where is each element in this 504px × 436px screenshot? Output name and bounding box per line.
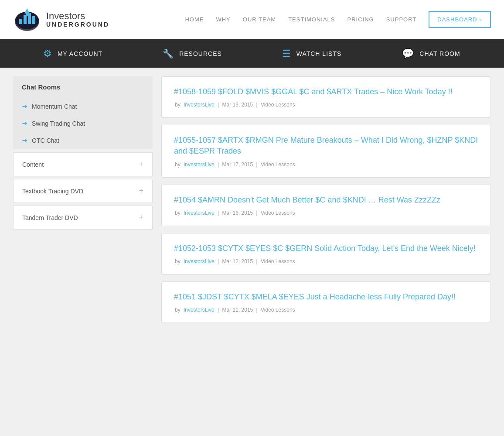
- main-container: Chat Rooms ➜ Momentum Chat ➜ Swing Tradi…: [0, 68, 504, 436]
- post-title[interactable]: #1052-1053 $CYTX $EYES $C $GERN Solid Ac…: [174, 243, 478, 254]
- post-card: #1052-1053 $CYTX $EYES $C $GERN Solid Ac…: [161, 233, 491, 275]
- separator: |: [256, 210, 259, 216]
- nav-our-team[interactable]: OUR TEAM: [243, 16, 276, 23]
- post-category[interactable]: Video Lessons: [261, 161, 295, 168]
- separator: |: [256, 258, 259, 264]
- plus-icon: +: [139, 160, 143, 169]
- arrow-right-icon: ➜: [22, 102, 27, 110]
- post-meta: by InvestorsLive | Mar 19, 2015 | Video …: [174, 102, 478, 108]
- post-title[interactable]: #1054 $AMRN Doesn't Get Much Better $C a…: [174, 195, 478, 206]
- logo-link[interactable]: Investors UNDERGROUND: [13, 6, 126, 34]
- separator: |: [218, 307, 220, 313]
- post-by: by: [175, 210, 180, 216]
- separator: |: [256, 161, 259, 168]
- logo-text: Investors UNDERGROUND: [46, 11, 109, 28]
- svg-rect-7: [26, 13, 28, 16]
- post-category[interactable]: Video Lessons: [261, 210, 295, 216]
- post-by: by: [175, 161, 180, 168]
- resources-label: RESOURCES: [179, 50, 222, 57]
- svg-rect-2: [19, 19, 22, 24]
- separator: |: [218, 210, 220, 216]
- post-date: Mar 11, 2015: [222, 307, 253, 313]
- post-author[interactable]: InvestorsLive: [184, 210, 215, 216]
- post-author[interactable]: InvestorsLive: [184, 307, 215, 313]
- top-nav: Investors UNDERGROUND HOME WHY OUR TEAM …: [0, 0, 504, 39]
- separator: |: [256, 307, 259, 313]
- tandem-dvd-label: Tandem Trader DVD: [22, 214, 78, 221]
- dashboard-button[interactable]: DASHBOARD ›: [429, 11, 491, 28]
- top-nav-links: HOME WHY OUR TEAM TESTIMONIALS PRICING S…: [185, 11, 491, 28]
- momentum-chat-label: Momentum Chat: [32, 103, 77, 110]
- post-title[interactable]: #1055-1057 $ARTX $RMGN Pre Mature Breako…: [174, 135, 478, 157]
- chat-room-label: CHAT ROOM: [419, 50, 460, 57]
- post-card: #1055-1057 $ARTX $RMGN Pre Mature Breako…: [161, 125, 491, 177]
- otc-chat-label: OTC Chat: [32, 137, 59, 144]
- post-date: Mar 16, 2015: [222, 210, 253, 216]
- otc-chat-item[interactable]: ➜ OTC Chat: [13, 132, 153, 149]
- my-account-nav[interactable]: ⚙ MY ACCOUNT: [13, 48, 133, 59]
- content-accordion[interactable]: Content +: [13, 152, 153, 176]
- post-meta: by InvestorsLive | Mar 16, 2015 | Video …: [174, 210, 478, 216]
- post-meta: by InvestorsLive | Mar 11, 2015 | Video …: [174, 307, 478, 313]
- plus-icon: +: [139, 213, 143, 222]
- gear-icon: ⚙: [43, 48, 52, 59]
- list-icon: ☰: [282, 48, 291, 59]
- chat-rooms-section: Chat Rooms ➜ Momentum Chat ➜ Swing Tradi…: [13, 76, 153, 149]
- nav-testimonials[interactable]: TESTIMONIALS: [288, 16, 335, 23]
- svg-rect-3: [24, 15, 27, 24]
- post-date: Mar 19, 2015: [222, 102, 253, 108]
- textbook-dvd-label: Textbook Trading DVD: [22, 188, 83, 195]
- post-card: #1051 $JDST $CYTX $MELA $EYES Just a Hea…: [161, 282, 491, 323]
- plus-icon: +: [139, 186, 143, 196]
- brand-investors: Investors: [46, 11, 109, 21]
- watch-lists-nav[interactable]: ☰ WATCH LISTS: [252, 48, 371, 59]
- post-date: Mar 12, 2015: [222, 258, 253, 264]
- secondary-nav: ⚙ MY ACCOUNT 🔧 RESOURCES ☰ WATCH LISTS 💬…: [0, 39, 504, 68]
- brand-underground: UNDERGROUND: [46, 21, 109, 28]
- post-category[interactable]: Video Lessons: [261, 307, 295, 313]
- post-meta: by InvestorsLive | Mar 12, 2015 | Video …: [174, 258, 478, 264]
- content-label: Content: [22, 161, 44, 168]
- post-category[interactable]: Video Lessons: [261, 102, 295, 108]
- my-account-label: MY ACCOUNT: [58, 50, 102, 57]
- arrow-right-icon: ➜: [22, 136, 27, 144]
- post-card: #1058-1059 $FOLD $MVIS $GGAL $C and $ART…: [161, 76, 491, 118]
- nav-home[interactable]: HOME: [185, 16, 204, 23]
- wrench-icon: 🔧: [163, 48, 174, 59]
- post-by: by: [175, 307, 180, 313]
- content-area: #1058-1059 $FOLD $MVIS $GGAL $C and $ART…: [161, 76, 491, 427]
- post-category[interactable]: Video Lessons: [261, 258, 295, 264]
- nav-pricing[interactable]: PRICING: [347, 16, 374, 23]
- momentum-chat-item[interactable]: ➜ Momentum Chat: [13, 98, 153, 115]
- nav-why[interactable]: WHY: [216, 16, 230, 23]
- post-card: #1054 $AMRN Doesn't Get Much Better $C a…: [161, 185, 491, 226]
- swing-trading-chat-item[interactable]: ➜ Swing Trading Chat: [13, 115, 153, 132]
- chat-rooms-header: Chat Rooms: [13, 76, 153, 98]
- separator: |: [218, 161, 220, 168]
- chat-room-nav[interactable]: 💬 CHAT ROOM: [371, 48, 491, 59]
- post-date: Mar 17, 2015: [222, 161, 253, 168]
- svg-rect-5: [32, 16, 35, 24]
- post-author[interactable]: InvestorsLive: [184, 258, 215, 264]
- separator: |: [218, 258, 220, 264]
- post-by: by: [175, 102, 180, 108]
- post-meta: by InvestorsLive | Mar 17, 2015 | Video …: [174, 161, 478, 168]
- separator: |: [218, 102, 220, 108]
- textbook-dvd-accordion[interactable]: Textbook Trading DVD +: [13, 179, 153, 203]
- sidebar: Chat Rooms ➜ Momentum Chat ➜ Swing Tradi…: [13, 76, 153, 427]
- nav-support[interactable]: SUPPORT: [386, 16, 417, 23]
- post-title[interactable]: #1051 $JDST $CYTX $MELA $EYES Just a Hea…: [174, 292, 478, 302]
- resources-nav[interactable]: 🔧 RESOURCES: [133, 48, 252, 59]
- post-author[interactable]: InvestorsLive: [184, 102, 215, 108]
- post-by: by: [175, 258, 180, 264]
- watch-lists-label: WATCH LISTS: [296, 50, 342, 57]
- post-title[interactable]: #1058-1059 $FOLD $MVIS $GGAL $C and $ART…: [174, 86, 478, 97]
- logo-icon: [13, 6, 41, 34]
- chat-icon: 💬: [402, 48, 414, 59]
- svg-rect-4: [28, 13, 31, 24]
- tandem-dvd-accordion[interactable]: Tandem Trader DVD +: [13, 206, 153, 230]
- separator: |: [256, 102, 259, 108]
- arrow-right-icon: ➜: [22, 119, 27, 127]
- post-author[interactable]: InvestorsLive: [184, 161, 215, 168]
- swing-trading-label: Swing Trading Chat: [32, 120, 85, 127]
